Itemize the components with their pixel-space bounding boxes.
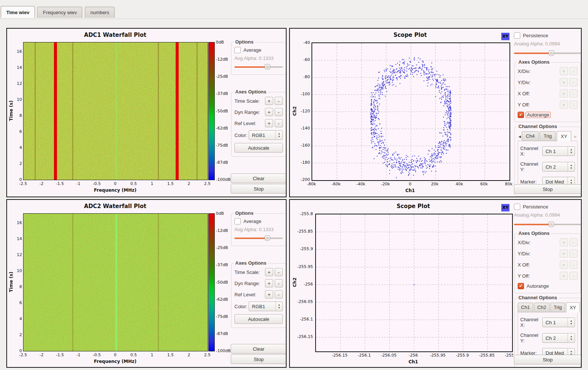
time-scale-minus-button[interactable]: - [275,97,283,105]
tick-label: -25dB [216,245,228,250]
channel-y-select[interactable]: Ch 2 ▲▼ [542,333,575,343]
slider-handle[interactable] [265,64,270,70]
time-scale-minus-button[interactable]: - [275,268,283,276]
y-div-minus-button[interactable]: - [569,249,578,258]
dyn-range-minus-button[interactable]: - [275,108,283,116]
channel-tab-xy[interactable]: XY [566,302,580,313]
x-off-minus-button[interactable]: - [569,261,578,269]
average-checkbox[interactable]: Average [234,47,283,53]
x-div-plus-button[interactable]: + [560,67,568,75]
persistence-checkbox[interactable]: Persistence [514,204,581,210]
x-off-plus-button[interactable]: + [560,261,568,269]
stop-button[interactable]: Stop [231,354,287,364]
y-off-minus-button[interactable]: - [569,101,578,109]
x-off-minus-button[interactable]: - [569,89,578,98]
checkbox-icon[interactable] [514,32,520,39]
time-scale-plus-button[interactable]: + [265,268,273,276]
channel-tab-trig[interactable]: Trig [540,131,556,141]
color-select[interactable]: RGB1 ▲▼ [249,302,283,311]
y-div-plus-button[interactable]: + [560,249,568,258]
checkbox-icon[interactable] [234,47,241,53]
spinner-arrows-icon[interactable]: ▲▼ [275,131,282,140]
analog-alpha-slider[interactable] [514,221,581,228]
dyn-range-plus-button[interactable]: + [265,108,273,116]
tick-label: 14 [17,236,22,241]
y-off-plus-button[interactable]: + [560,101,568,109]
y-off-minus-button[interactable]: - [569,272,578,280]
scope-canvas[interactable] [311,42,510,181]
channel-tab-trig[interactable]: Trig [550,303,565,312]
stop-button[interactable]: Stop [514,355,581,364]
x-off-plus-button[interactable]: + [560,89,568,98]
slider-handle[interactable] [549,221,554,227]
x-tick-labels: -2.5-2-1.5-1-0.500.511.522.5 [23,353,207,358]
autorange-checkbox[interactable]: ✔ Autorange [518,112,578,118]
channel-x-select[interactable]: Ch 1 ▲▼ [542,318,575,327]
xy-scatter [316,214,512,351]
clear-button[interactable]: Clear [231,344,287,354]
x-div-minus-button[interactable]: - [569,238,578,246]
channel-x-select[interactable]: Ch 1 ▲▼ [542,146,575,156]
tab-frequency-wiev[interactable]: Frequency wiev [37,7,82,18]
tick-label: 16 [17,220,22,225]
channel-tab-ch2[interactable]: Ch2 [534,303,550,312]
y-div-plus-button[interactable]: + [560,78,568,86]
waterfall-heatmap[interactable] [23,213,208,351]
page-title: Scope Plot [311,32,509,38]
y-off-plus-button[interactable]: + [560,272,568,280]
persistence-checkbox[interactable]: Persistence [514,32,581,39]
channel-tab-ch4[interactable]: Ch4 [522,131,539,141]
slider-handle[interactable] [549,50,554,56]
tick-label: -255.8 [300,211,313,216]
color-select[interactable]: RGB1 ▲▼ [249,130,283,140]
autoscale-button[interactable]: Autoscale [234,143,283,153]
tick-label: 60k [480,182,488,186]
dyn-range-plus-button[interactable]: + [265,279,273,287]
channel-tab-ch1[interactable]: Ch1 [518,303,533,312]
spinner-arrows-icon[interactable]: ▲▼ [568,318,575,327]
avg-alpha-slider[interactable] [234,63,283,71]
tick-label: -256.15 [332,353,348,358]
channel-x-label: Channel X: [520,317,542,328]
clear-button[interactable]: Clear [231,173,287,183]
checkbox-icon[interactable] [234,218,241,224]
scope-plot-area: Scope Plot XY Ch2 -255.8-255.85-255.9-25… [290,200,513,368]
tick-label: -50dB [216,280,228,284]
stop-button[interactable]: Stop [231,184,287,194]
spinner-arrows-icon[interactable]: ▲▼ [568,162,575,171]
tab-scroll-right-icon[interactable]: ▶ [573,135,578,141]
checkbox-checked-icon[interactable]: ✔ [518,112,524,118]
avg-alpha-slider[interactable] [234,235,283,242]
spinner-arrows-icon[interactable]: ▲▼ [275,302,282,311]
scope-canvas[interactable] [315,214,513,352]
carrier-band [54,42,57,180]
ref-level-minus-button[interactable]: - [275,290,283,299]
tab-numbers[interactable]: numbers [85,7,115,18]
channel-tab-xy[interactable]: XY [557,131,571,141]
checkbox-checked-icon[interactable]: ✔ [518,283,524,289]
stop-button[interactable]: Stop [514,184,581,194]
ref-level-minus-button[interactable]: - [275,119,283,127]
ref-level-label: Ref Level: [234,121,263,126]
ref-level-plus-button[interactable]: + [265,290,273,299]
ref-level-plus-button[interactable]: + [265,119,273,127]
average-checkbox[interactable]: Average [234,218,283,224]
tick-label: -75dB [216,314,228,319]
autorange-checkbox[interactable]: ✔ Autorange [518,283,578,289]
channel-y-select[interactable]: Ch 2 ▲▼ [542,162,575,172]
autoscale-button[interactable]: Autoscale [234,314,283,324]
time-scale-plus-button[interactable]: + [265,97,273,105]
waterfall-heatmap[interactable] [23,42,208,180]
x-div-minus-button[interactable]: - [569,67,578,75]
tab-scroll-left-icon[interactable]: ◀ [518,135,522,141]
checkbox-icon[interactable] [514,204,520,210]
spinner-arrows-icon[interactable]: ▲▼ [568,147,575,156]
slider-handle[interactable] [265,235,270,241]
tab-time-wiev[interactable]: Time wiev [1,6,35,18]
spinner-arrows-icon[interactable]: ▲▼ [568,334,575,342]
options-group: Options Average Avg Alpha: 0.1333 [231,42,286,75]
x-div-plus-button[interactable]: + [560,238,568,246]
dyn-range-minus-button[interactable]: - [275,279,283,287]
y-div-minus-button[interactable]: - [569,78,578,86]
analog-alpha-slider[interactable] [514,50,581,57]
